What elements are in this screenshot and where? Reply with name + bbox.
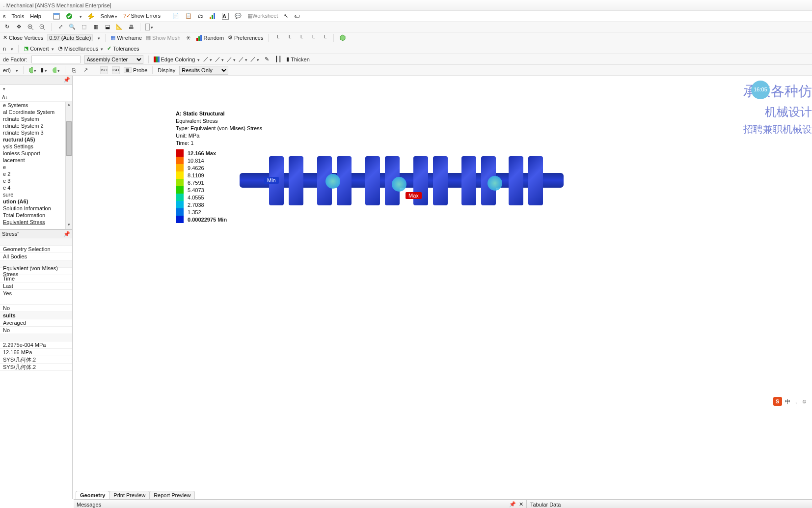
hl-icon-4[interactable]: ／ [239,56,247,63]
tree-item[interactable]: Equivalent Stress [0,219,72,226]
display-select[interactable]: Results Only [179,66,228,75]
tree-item[interactable]: al Coordinate System [0,109,72,115]
outline-tree[interactable]: e Systemsal Coordinate Systemrdinate Sys… [0,102,72,229]
probe-point-icon[interactable]: ⚹ [185,34,192,42]
details-row[interactable] [0,297,72,305]
solve-button[interactable]: Solve [101,13,118,19]
details-row[interactable]: 12.166 MPa [0,349,72,356]
ime-punct-icon[interactable]: ， [793,398,799,405]
tab-geometry[interactable]: Geometry [76,491,109,499]
details-row[interactable]: SYS\几何体.2 [0,356,72,364]
iso-icon[interactable]: ISO [100,66,108,74]
comment-icon[interactable]: 💬 [235,13,242,19]
iso2-icon[interactable]: ISO [112,66,120,74]
preferences-button[interactable]: ⚙Preferences [228,34,263,41]
tree-item[interactable]: e 3 [0,177,72,184]
details-row[interactable]: Equivalent (von-Mises) Stress [0,268,72,275]
apply-icon[interactable] [66,13,73,20]
ed-dropdown[interactable] [15,67,18,73]
tree-item[interactable]: rdinate System 2 [0,122,72,129]
new-window-icon[interactable] [53,13,60,20]
details-row[interactable]: SYS\几何体.2 [0,364,72,371]
menu-help[interactable]: Help [30,13,41,19]
ime-lang[interactable]: 中 [785,398,790,405]
chart-icon[interactable] [209,13,216,20]
sort-icon[interactable]: A↓ [2,95,8,100]
n-dropdown[interactable] [10,46,13,52]
rotate-icon[interactable]: ↻ [3,23,11,31]
close-icon[interactable]: ✕ [519,501,523,508]
axis-icon-5[interactable]: └ [321,34,328,42]
misc-button[interactable]: ◔Miscellaneous [58,45,104,52]
solve-icon[interactable] [88,13,95,20]
tool-icon-c[interactable]: 🗂 [198,13,203,19]
ime-s-icon[interactable]: S [773,397,782,406]
tree-item[interactable]: rdinate System [0,115,72,122]
hl-icon-5[interactable]: ／ [251,56,259,63]
tag-icon[interactable]: 🏷 [294,13,299,19]
tool-icon-b[interactable]: 📋 [185,13,192,19]
axis-icon-2[interactable]: └ [285,34,293,42]
menu-item[interactable]: s [3,13,6,19]
tree-item[interactable]: rdinate System 3 [0,129,72,136]
show-mesh-button[interactable]: ▦Show Mesh [146,34,180,41]
cube-green-icon[interactable] [28,66,36,74]
tree-item[interactable]: e Systems [0,102,72,109]
tree-item[interactable]: Total Deformation [0,212,72,219]
scale-dropdown[interactable] [97,35,100,41]
toggle-icon-3[interactable]: ⬓ [104,23,111,31]
de-factor-input[interactable] [31,56,81,63]
random-button[interactable]: Random [196,35,224,41]
tool-icon-a[interactable]: 📄 [172,13,179,19]
show-errors-button[interactable]: ?✓Show Errors [123,13,161,19]
pin-icon[interactable]: 📌 [63,231,70,237]
close-vertices-button[interactable]: ✕Close Vertices [3,34,43,41]
cube-icon[interactable] [339,34,347,42]
pin-icon[interactable]: 📌 [509,501,516,508]
sphere-icon[interactable] [52,66,60,74]
details-row[interactable]: All Bodies [0,253,72,260]
letter-a-icon[interactable]: A [222,13,229,20]
dropdown-icon[interactable] [79,13,82,19]
pan-icon[interactable]: ✥ [15,23,23,31]
details-row[interactable]: Geometry Selection [0,246,72,253]
tab-report-preview[interactable]: Report Preview [149,491,195,499]
zoom-in-icon[interactable] [27,23,34,31]
print-icon[interactable]: 🖶 [127,23,135,31]
zoom-out-icon[interactable] [38,23,46,31]
tree-item[interactable]: e 2 [0,170,72,177]
hl-icon-2[interactable]: ／ [216,56,223,63]
scroll-thumb[interactable] [66,121,72,156]
graphics-viewport[interactable]: A: Static Structural Equivalent Stress T… [73,76,812,499]
filter-dropdown[interactable] [2,85,5,92]
axis-icon-3[interactable]: └ [297,34,305,42]
zoom-region-icon[interactable]: 🔍 [68,23,76,31]
assembly-center-select[interactable]: Assembly Center [84,55,143,64]
tree-item[interactable]: lacement [0,157,72,164]
blank-dropdown-icon[interactable] [145,23,153,31]
toggle-icon-1[interactable]: ⬚ [80,23,88,31]
scroll-up-icon[interactable]: ▴ [66,102,72,109]
toggle-icon-4[interactable]: 📐 [115,23,123,31]
tree-scrollbar[interactable]: ▴ ▾ [65,102,72,229]
slider-icon[interactable]: ┃┃ [274,56,282,63]
pin-icon[interactable]: 📌 [63,77,70,83]
tree-item[interactable]: e [0,164,72,170]
axis-icon-1[interactable]: └ [273,34,281,42]
toggle-icon-2[interactable]: ▦ [92,23,100,31]
tree-item[interactable]: sure [0,191,72,198]
pin-icon[interactable]: ✎ [263,56,271,63]
tree-item[interactable]: Solution Information [0,205,72,212]
clip-icon[interactable]: ⎘ [70,66,78,74]
details-row[interactable]: Yes [0,290,72,297]
tree-item[interactable]: ysis Settings [0,143,72,150]
edge-coloring-button[interactable]: Edge Coloring [154,56,200,62]
tab-print-preview[interactable]: Print Preview [109,491,150,499]
ime-smile-icon[interactable]: ☺ [802,398,807,404]
tree-item[interactable]: ution (A6) [0,198,72,205]
details-row[interactable]: Last [0,282,72,290]
worksheet-button[interactable]: ▦Worksheet [247,13,278,19]
hl-icon-1[interactable]: ／ [204,56,212,63]
menu-tools[interactable]: Tools [12,13,25,19]
color-bars-icon[interactable]: ▮ [40,66,48,74]
